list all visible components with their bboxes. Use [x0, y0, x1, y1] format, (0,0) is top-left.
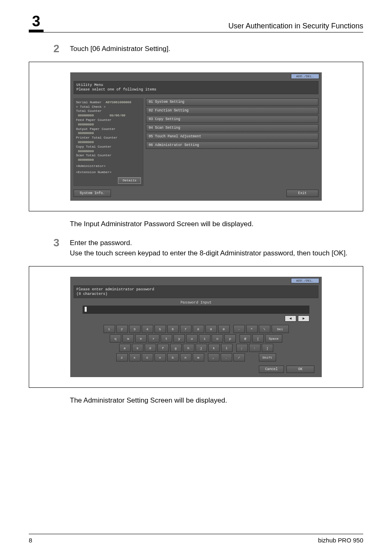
key-n[interactable]: n — [180, 353, 191, 361]
text-cursor — [85, 307, 87, 312]
menu-touch-panel-adjustment[interactable]: 05 Touch Panel Adjustment — [146, 133, 318, 140]
key-i[interactable]: i — [199, 334, 210, 343]
key-0[interactable]: 0 — [218, 325, 230, 333]
cursor-left-button[interactable]: ◄ — [285, 315, 296, 322]
step-3-line2: Use the touch screen keypad to enter the… — [70, 249, 348, 257]
info-column: Serial Number A0Y5001000000 < Total Chec… — [74, 98, 143, 186]
extension-number-label: <Extension Number> — [76, 170, 141, 175]
key-7[interactable]: 7 — [180, 325, 191, 333]
key-z[interactable]: z — [116, 353, 128, 361]
step-number: 2 — [53, 43, 70, 55]
key-[interactable]: - — [233, 325, 245, 333]
menu-scan-setting[interactable]: 04 Scan Setting — [146, 124, 318, 132]
key-q[interactable]: q — [110, 334, 121, 343]
menu-function-setting[interactable]: 02 Function Setting — [146, 107, 318, 114]
message-line: Please enter administrator password — [76, 287, 316, 292]
key-d[interactable]: d — [145, 344, 156, 352]
step-3-line1: Enter the password. — [70, 239, 132, 247]
key-[interactable]: : — [249, 344, 261, 352]
key-[interactable]: ^ — [246, 325, 258, 333]
ok-button[interactable]: OK — [286, 366, 314, 373]
touch-panel: ADD./DEL. Utility Menu Please select one… — [70, 72, 322, 201]
key-w[interactable]: w — [122, 334, 134, 343]
key-p[interactable]: p — [224, 334, 236, 343]
cancel-button[interactable]: Cancel — [259, 366, 284, 373]
feed-label: Feed Paper Counter — [76, 118, 141, 123]
key-[interactable]: . — [221, 353, 232, 361]
screenshot-password-input: ADD./DEL. Please enter administrator pas… — [29, 266, 363, 388]
copy-value: 00000000 — [78, 149, 94, 153]
add-del-button[interactable]: ADD./DEL. — [291, 74, 319, 79]
key-x[interactable]: x — [129, 353, 141, 361]
message-line: (8 characters) — [76, 292, 316, 297]
key-b[interactable]: b — [167, 353, 179, 361]
key-5[interactable]: 5 — [154, 325, 166, 333]
key-4[interactable]: 4 — [142, 325, 153, 333]
key-3[interactable]: 3 — [129, 325, 141, 333]
system-info-button[interactable]: System Info. — [74, 190, 111, 197]
key-space[interactable]: Space — [265, 334, 282, 343]
key-h[interactable]: h — [183, 344, 194, 352]
key-g[interactable]: g — [170, 344, 182, 352]
password-field[interactable] — [83, 306, 309, 314]
serial-value: A0Y5001000000 — [106, 100, 131, 104]
product-name: bizhub PRO 950 — [318, 537, 363, 544]
key-y[interactable]: y — [173, 334, 185, 343]
serial-label: Serial Number — [76, 100, 101, 104]
step-number: 3 — [53, 237, 70, 259]
chapter-number: 3 — [29, 12, 44, 32]
output-label: Output Paper Counter — [76, 127, 141, 132]
key-o[interactable]: o — [212, 334, 223, 343]
exit-button[interactable]: Exit — [286, 190, 318, 197]
key-m[interactable]: m — [193, 353, 204, 361]
message-box: Please enter administrator password (8 c… — [74, 285, 318, 299]
key-l[interactable]: l — [221, 344, 233, 352]
key-e[interactable]: e — [135, 334, 147, 343]
key-v[interactable]: v — [154, 353, 166, 361]
menu-administrator-setting[interactable]: 06 Administrator Setting — [146, 141, 318, 149]
key-2[interactable]: 2 — [116, 325, 128, 333]
key-shift[interactable]: Shift — [259, 353, 276, 361]
message-line: Please select one of following items — [76, 88, 316, 92]
key-del[interactable]: Del — [272, 325, 289, 333]
printer-label: Printer Total Counter — [76, 136, 141, 140]
page-number: 8 — [29, 537, 32, 544]
key-[interactable]: ; — [236, 344, 248, 352]
key-9[interactable]: 9 — [205, 325, 217, 333]
step-3: 3 Enter the password. Use the touch scre… — [53, 237, 363, 259]
key-6[interactable]: 6 — [167, 325, 179, 333]
menu-copy-setting[interactable]: 03 Copy Setting — [146, 116, 318, 123]
chapter-title: User Authentication in Security Function… — [52, 22, 363, 32]
on-screen-keyboard: 1234567890-^\Del qwertyuiop@[Space asdfg… — [78, 325, 314, 361]
add-del-button[interactable]: ADD./DEL. — [291, 278, 319, 283]
key-[interactable]: [ — [252, 334, 264, 343]
key-t[interactable]: t — [161, 334, 172, 343]
total-check-label: < Total Check > — [76, 105, 141, 109]
screenshot-utility-menu: ADD./DEL. Utility Menu Please select one… — [29, 62, 363, 211]
step-2-followup: The Input Administrator Password Screen … — [70, 219, 363, 229]
scan-value: 00000000 — [78, 158, 94, 162]
key-k[interactable]: k — [208, 344, 220, 352]
key-j[interactable]: j — [196, 344, 207, 352]
key-a[interactable]: a — [119, 344, 131, 352]
key-[interactable]: / — [233, 353, 245, 361]
key-[interactable]: ] — [262, 344, 273, 352]
message-box: Utility Menu Please select one of follow… — [74, 81, 318, 94]
key-s[interactable]: s — [132, 344, 143, 352]
key-c[interactable]: c — [142, 353, 153, 361]
cursor-right-button[interactable]: ► — [298, 315, 309, 322]
key-[interactable]: @ — [240, 334, 251, 343]
key-f[interactable]: f — [157, 344, 169, 352]
key-[interactable]: , — [208, 353, 219, 361]
details-button[interactable]: Details — [118, 177, 141, 184]
key-u[interactable]: u — [186, 334, 198, 343]
output-value: 00000000 — [78, 131, 94, 135]
key-1[interactable]: 1 — [104, 325, 115, 333]
key-8[interactable]: 8 — [193, 325, 204, 333]
key-r[interactable]: r — [148, 334, 159, 343]
key-[interactable]: \ — [259, 325, 270, 333]
menu-system-setting[interactable]: 01 System Setting — [146, 98, 318, 106]
touch-panel: ADD./DEL. Please enter administrator pas… — [70, 277, 322, 378]
feed-value: 00000000 — [78, 123, 94, 126]
step-2: 2 Touch [06 Administrator Setting]. — [53, 43, 363, 55]
